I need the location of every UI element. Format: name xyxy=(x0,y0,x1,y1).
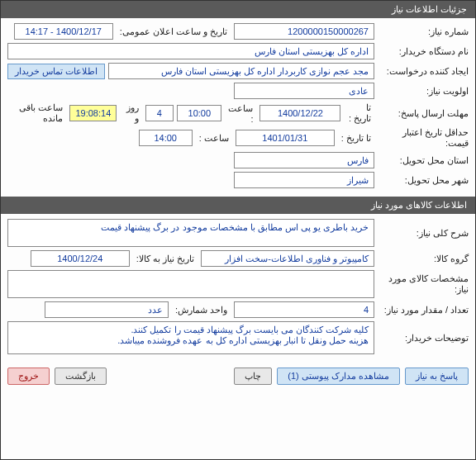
reply-button[interactable]: پاسخ به نیاز xyxy=(405,368,469,385)
field-need-desc[interactable] xyxy=(7,219,374,247)
field-buyer-org: اداره کل بهزیستی استان فارس xyxy=(7,43,374,59)
label-announce-dt: تاریخ و ساعت اعلان عمومی: xyxy=(117,26,231,37)
section-header-main: جزئیات اطلاعات نیاز xyxy=(1,1,475,18)
field-validity-time: 14:00 xyxy=(139,130,193,146)
field-qty: 4 xyxy=(234,301,374,318)
label-price-validity: حداقل تاریخ اعتبار قیمت: xyxy=(378,127,469,149)
back-button[interactable]: بازگشت xyxy=(55,368,107,385)
footer-buttons: پاسخ به نیاز مشاهده مدارک پیوستی (1) چاپ… xyxy=(1,363,475,390)
field-creator: مجد عجم نوازی کاربردار اداره کل بهزیستی … xyxy=(108,63,374,79)
attachments-button[interactable]: مشاهده مدارک پیوستی (1) xyxy=(277,368,400,385)
label-province: استان محل تحویل: xyxy=(378,155,469,166)
label-need-no: شماره نیاز: xyxy=(378,26,469,37)
label-time-1: ساعت : xyxy=(225,103,256,124)
label-goods-group: گروه کالا: xyxy=(378,254,469,264)
label-creator: ایجاد کننده درخواست: xyxy=(378,66,469,77)
field-validity-date: 1401/01/31 xyxy=(236,130,335,146)
field-goods-spec[interactable] xyxy=(7,270,374,298)
field-need-no: 1200000150000267 xyxy=(234,23,374,40)
label-priority: اولویت نیاز: xyxy=(378,86,469,97)
label-until-date-2: تا تاریخ : xyxy=(338,133,374,144)
field-buyer-notes[interactable] xyxy=(7,321,374,354)
label-city: شهر محل تحویل: xyxy=(378,175,469,186)
buyer-contact-button[interactable]: اطلاعات تماس خریدار xyxy=(7,64,105,79)
label-days-and: روز و xyxy=(120,102,141,124)
label-need-desc: شرح کلی نیاز: xyxy=(378,228,469,239)
field-days-left: 4 xyxy=(145,105,174,121)
label-until-date-1: تا تاریخ : xyxy=(344,102,374,124)
label-reply-deadline: مهلت ارسال پاسخ: xyxy=(378,108,469,119)
label-goods-spec: مشخصات کالای مورد نیاز: xyxy=(378,273,469,295)
label-qty: تعداد / مقدار مورد نیاز: xyxy=(378,305,469,315)
label-remaining: ساعت باقی مانده xyxy=(7,102,66,124)
exit-button[interactable]: خروج xyxy=(7,368,50,385)
details-window: جزئیات اطلاعات نیاز شماره نیاز: 12000001… xyxy=(0,0,476,460)
label-time-2: ساعت : xyxy=(196,133,232,144)
field-province: فارس xyxy=(234,152,374,168)
field-time-left: 19:08:14 xyxy=(69,105,117,121)
form-section-2: شرح کلی نیاز: گروه کالا: کامپیوتر و فناو… xyxy=(1,214,475,363)
field-city: شیراز xyxy=(234,172,374,188)
field-reply-date: 1400/12/22 xyxy=(259,105,340,121)
field-priority: عادی xyxy=(234,83,374,99)
form-section-1: شماره نیاز: 1200000150000267 تاریخ و ساع… xyxy=(1,18,475,197)
label-need-date: تاریخ نیاز به کالا: xyxy=(133,254,198,264)
section-header-goods: اطلاعات کالاهای مورد نیاز xyxy=(1,197,475,214)
field-unit: عدد xyxy=(45,301,169,318)
field-announce-dt: 1400/12/17 - 14:17 xyxy=(14,23,113,40)
label-buyer-org: نام دستگاه خریدار: xyxy=(378,46,469,57)
print-button[interactable]: چاپ xyxy=(234,368,272,385)
label-buyer-notes: توضیحات خریدار: xyxy=(378,333,469,344)
field-need-date: 1400/12/24 xyxy=(31,250,130,267)
field-reply-time: 10:00 xyxy=(177,105,221,121)
label-unit: واحد شمارش: xyxy=(172,305,231,315)
field-goods-group: کامپیوتر و فناوری اطلاعات-سخت افزار xyxy=(201,250,374,267)
